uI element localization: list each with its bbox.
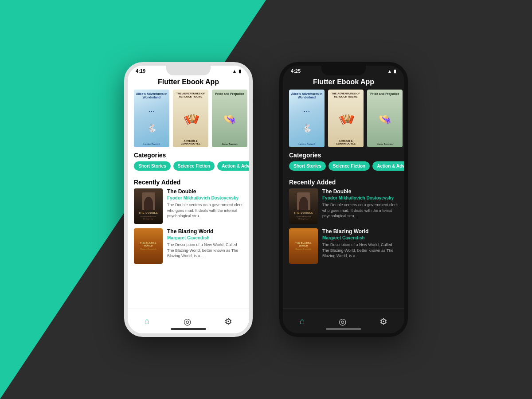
- book-alice-dark[interactable]: Alice's Adventures in Wonderland • • • 🐇…: [289, 90, 325, 147]
- blazing-desc-light: The Description of a New World, Called T…: [167, 242, 243, 259]
- app-title-light: Flutter Ebook App: [128, 74, 249, 90]
- blazing-author-dark: Margaret Cavendish: [322, 235, 398, 240]
- double-portrait-light: [142, 192, 155, 210]
- book-info-blazing-light: The Blazing World Margaret Cavendish The…: [167, 228, 243, 264]
- home-indicator-dark: [326, 328, 361, 330]
- categories-list-light: Short Stories Science Fiction Action & A…: [128, 161, 249, 174]
- status-icons-dark: ▲ ▮: [387, 69, 396, 74]
- blazing-title-dark: The Blazing World: [322, 228, 398, 235]
- battery-icon-dark: ▮: [394, 69, 396, 74]
- thumb-double-light: THE DOUBLE Fyodor Mikhailovich Dostoyevs…: [134, 188, 163, 224]
- thumb-double-dark: THE DOUBLE Fyodor Mikhailovich Dostoyevs…: [289, 188, 318, 224]
- notch-light: [166, 66, 211, 75]
- cat-action-light[interactable]: Action & Adventure: [217, 161, 249, 171]
- nav-home-light[interactable]: ⌂: [145, 316, 150, 326]
- blazing-desc-dark: The Description of a New World, Called T…: [322, 242, 398, 259]
- book-info-double-light: The Double Fyodor Mikhailovich Dostoyevs…: [167, 188, 243, 224]
- book-pride-light[interactable]: Pride and Prejudice 👒 Jane Austen: [212, 90, 247, 147]
- screen-dark: Flutter Ebook App Alice's Adventures in …: [283, 74, 404, 328]
- nav-settings-dark[interactable]: ⚙: [379, 316, 387, 327]
- book-item-double-dark[interactable]: THE DOUBLE Fyodor Mikhailovich Dostoyevs…: [289, 188, 398, 224]
- recently-added-list-light: THE DOUBLE Fyodor Mikhailovich Dostoyevs…: [128, 188, 249, 264]
- book-item-blazing-dark[interactable]: THE BLAZING WORLD Margaret Cavendish The…: [289, 228, 398, 264]
- home-indicator-light: [171, 328, 206, 330]
- double-title-light: The Double: [167, 188, 243, 195]
- cat-action-dark[interactable]: Action & Adventure: [372, 161, 404, 171]
- alice-author-dark: Lewis Carroll: [298, 143, 315, 145]
- nav-home-dark[interactable]: ⌂: [300, 316, 305, 326]
- book-carousel-light[interactable]: Alice's Adventures in Wonderland • • • 🐇…: [128, 90, 249, 147]
- time-light: 4:19: [136, 68, 145, 74]
- double-title-dark: The Double: [322, 188, 398, 195]
- categories-header-dark: Categories: [283, 147, 404, 161]
- phone-light: 4:19 ▲ ▮ Flutter Ebook App Alice's Adven…: [124, 62, 253, 337]
- time-dark: 4:25: [291, 68, 301, 74]
- thumb-blazing-dark: THE BLAZING WORLD Margaret Cavendish: [289, 228, 318, 264]
- nav-explore-light[interactable]: ◎: [184, 316, 191, 327]
- categories-list-dark: Short Stories Science Fiction Action & A…: [283, 161, 404, 174]
- book-pride-dark[interactable]: Pride and Prejudice 👒 Jane Austen: [367, 90, 403, 147]
- cat-short-stories-light[interactable]: Short Stories: [134, 161, 171, 171]
- recently-added-list-dark: THE DOUBLE Fyodor Mikhailovich Dostoyevs…: [283, 188, 404, 264]
- book-alice-light[interactable]: Alice's Adventures in Wonderland • • • 🐇…: [134, 90, 169, 147]
- cat-sci-fi-light[interactable]: Science Fiction: [173, 161, 215, 171]
- blazing-title-light: The Blazing World: [167, 228, 243, 235]
- cat-sci-fi-dark[interactable]: Science Fiction: [329, 161, 370, 171]
- categories-header-light: Categories: [128, 147, 249, 161]
- app-title-dark: Flutter Ebook App: [283, 74, 404, 90]
- status-icons-light: ▲ ▮: [232, 69, 241, 74]
- double-author-light: Fyodor Mikhailovich Dostoyevsky: [167, 196, 243, 200]
- nav-explore-dark[interactable]: ◎: [339, 316, 346, 327]
- wifi-icon-light: ▲: [232, 69, 237, 74]
- screen-light: Flutter Ebook App Alice's Adventures in …: [128, 74, 249, 328]
- double-portrait-dark: [297, 192, 310, 210]
- book-info-double-dark: The Double Fyodor Mikhailovich Dostoyevs…: [322, 188, 398, 224]
- book-item-double-light[interactable]: THE DOUBLE Fyodor Mikhailovich Dostoyevs…: [134, 188, 243, 224]
- notch-dark: [321, 66, 366, 75]
- phones-container: 4:19 ▲ ▮ Flutter Ebook App Alice's Adven…: [0, 0, 532, 399]
- book-sherlock-light[interactable]: THE ADVENTURES OF HERLOCK HOLME 🪗 ARTHUR…: [173, 90, 208, 147]
- double-desc-dark: The Double centers on a government clerk…: [322, 202, 398, 219]
- recently-added-header-light: Recently Added: [128, 174, 249, 188]
- book-sherlock-dark[interactable]: THE ADVENTURES OF HERLOCK HOLME 🪗 ARTHUR…: [328, 90, 364, 147]
- battery-icon-light: ▮: [239, 69, 241, 74]
- alice-title-light: Alice's Adventures in Wonderland: [136, 92, 168, 100]
- recently-added-header-dark: Recently Added: [283, 174, 404, 188]
- cat-short-stories-dark[interactable]: Short Stories: [289, 161, 326, 171]
- book-carousel-dark[interactable]: Alice's Adventures in Wonderland • • • 🐇…: [283, 90, 404, 147]
- blazing-author-light: Margaret Cavendish: [167, 235, 243, 240]
- nav-settings-light[interactable]: ⚙: [224, 316, 232, 327]
- double-author-dark: Fyodor Mikhailovich Dostoyevsky: [322, 196, 398, 200]
- book-item-blazing-light[interactable]: THE BLAZING WORLD Margaret Cavendish The…: [134, 228, 243, 264]
- book-info-blazing-dark: The Blazing World Margaret Cavendish The…: [322, 228, 398, 264]
- thumb-blazing-light: THE BLAZING WORLD Margaret Cavendish: [134, 228, 163, 264]
- alice-title-dark: Alice's Adventures in Wonderland: [291, 92, 323, 100]
- phone-dark: 4:25 ▲ ▮ Flutter Ebook App Alice's Adven…: [279, 62, 408, 337]
- alice-author-light: Lewis Carroll: [143, 143, 160, 145]
- wifi-icon-dark: ▲: [387, 69, 392, 74]
- double-desc-light: The Double centers on a government clerk…: [167, 202, 243, 219]
